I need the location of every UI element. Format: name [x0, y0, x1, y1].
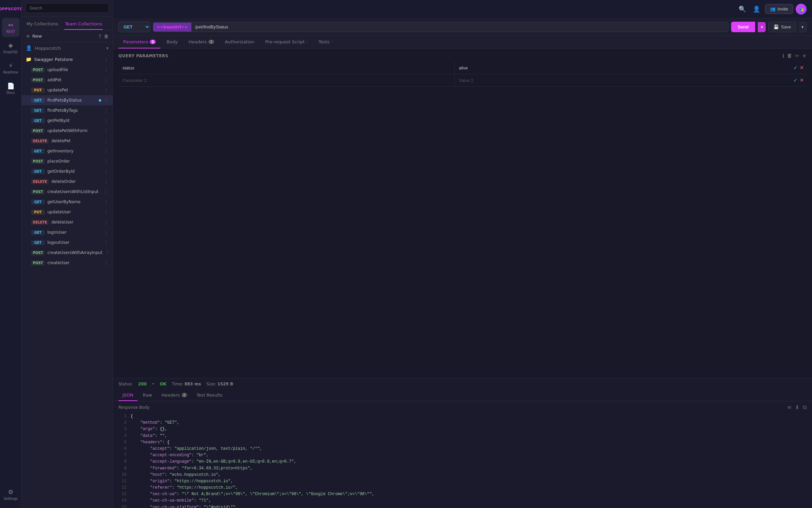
new-label: New — [32, 34, 42, 39]
res-tab-headers[interactable]: Headers 2 — [157, 390, 191, 401]
help-icon[interactable]: ? — [99, 34, 101, 39]
method-select[interactable]: GET POST PUT DELETE PATCH — [118, 22, 150, 32]
param-delete-1[interactable]: ✕ — [799, 65, 804, 71]
endpoint-menu-icon[interactable]: ⋮ — [104, 189, 109, 194]
endpoint-menu-icon[interactable]: ⋮ — [104, 77, 109, 83]
delete-all-icon[interactable]: 🗑 — [787, 53, 792, 59]
send-dropdown-button[interactable]: ▾ — [758, 22, 766, 32]
endpoint-deleteUser[interactable]: DELETE deleteUser ⋮ — [22, 217, 113, 227]
hoppscotch-item[interactable]: 👤 Hoppscotch ▾ — [22, 42, 113, 54]
edit-icon[interactable]: ✏ — [795, 53, 799, 59]
method-badge-post: POST — [31, 250, 45, 255]
endpoint-loginUser[interactable]: GET loginUser ⋮ — [22, 227, 113, 237]
endpoint-menu-icon[interactable]: ⋮ — [105, 250, 110, 255]
endpoint-menu-icon[interactable]: ⋮ — [104, 128, 109, 133]
endpoint-createUsersWithListInput[interactable]: POST createUsersWithListInput ⋮ — [22, 187, 113, 197]
save-label: Save — [781, 24, 791, 29]
endpoint-addPet[interactable]: POST addPet ⋮ — [22, 75, 113, 85]
tab-parameters[interactable]: Parameters 1 — [118, 36, 160, 48]
nav-item-graphql[interactable]: ◈ GraphQL — [2, 38, 20, 57]
tab-authorization[interactable]: Authorization — [220, 36, 259, 48]
param-check-2[interactable]: ✓ — [793, 77, 798, 83]
nav-item-rest[interactable]: ↔ REST — [2, 18, 20, 37]
endpoint-menu-icon[interactable]: ⋮ — [104, 179, 109, 184]
nav-item-settings[interactable]: ⚙ Settings — [2, 485, 20, 504]
invite-button[interactable]: 👥 Invite — [765, 4, 793, 14]
tab-team-collections[interactable]: Team Collections — [64, 19, 103, 30]
save-button[interactable]: 💾 Save — [768, 22, 796, 32]
info-icon[interactable]: ℹ — [782, 53, 784, 59]
endpoint-menu-icon[interactable]: ⋮ — [104, 219, 109, 225]
endpoint-findPetsByTags[interactable]: GET findPetsByTags ⋮ — [22, 105, 113, 115]
format-icon[interactable]: ≡ — [787, 404, 791, 410]
search-input[interactable] — [26, 3, 109, 13]
endpoint-menu-icon[interactable]: ⋮ — [104, 108, 109, 113]
endpoint-menu-icon[interactable]: ⋮ — [104, 169, 109, 174]
endpoint-getOrderById[interactable]: GET getOrderById ⋮ — [22, 166, 113, 176]
base-url-tag[interactable]: <<baseUrl>> — [153, 23, 191, 31]
endpoint-logoutUser[interactable]: GET logoutUser ⋮ — [22, 237, 113, 248]
endpoint-updatePetWithForm[interactable]: POST updatePetWithForm ⋮ — [22, 126, 113, 136]
collection-swagger-petstore[interactable]: 📁 Swagger Petstore ⋮ — [22, 54, 113, 65]
account-icon[interactable]: 👤 — [751, 3, 762, 15]
url-bar: GET POST PUT DELETE PATCH <<baseUrl>> Se… — [113, 18, 812, 36]
query-params-label: Query Parameters — [118, 54, 168, 58]
endpoint-menu-icon[interactable]: ⋮ — [104, 67, 109, 72]
endpoint-updatePet[interactable]: PUT updatePet ⋮ — [22, 85, 113, 95]
endpoint-createUsersWithArrayInput[interactable]: POST createUsersWithArrayInput ⋮ — [22, 248, 113, 258]
endpoint-menu-icon[interactable]: ⋮ — [104, 148, 109, 154]
endpoint-menu-icon[interactable]: ⋮ — [104, 260, 109, 266]
endpoint-menu-icon[interactable]: ⋮ — [104, 230, 109, 235]
endpoint-menu-icon[interactable]: ⋮ — [104, 240, 109, 245]
endpoint-menu-icon[interactable]: ⋮ — [104, 87, 109, 93]
search-icon[interactable]: 🔍 — [737, 3, 748, 15]
new-collection-button[interactable]: + New — [26, 33, 42, 39]
tab-tests[interactable]: Tests · — [314, 36, 338, 48]
res-tab-raw[interactable]: Raw — [139, 390, 156, 401]
res-headers-badge: 2 — [182, 393, 187, 397]
endpoint-uploadFile[interactable]: POST uploadFile ⋮ — [22, 65, 113, 75]
user-avatar[interactable]: 🎭 — [796, 4, 807, 15]
endpoint-menu-icon[interactable]: ⋮ — [104, 158, 109, 164]
endpoint-deleteOrder[interactable]: DELETE deleteOrder ⋮ — [22, 176, 113, 187]
param-row-2: ✓ ✕ — [118, 74, 807, 87]
endpoint-findPetsByStatus[interactable]: GET findPetsByStatus ⋮ — [22, 95, 113, 105]
endpoint-createUser[interactable]: POST createUser ⋮ — [22, 258, 113, 268]
endpoint-menu-icon[interactable]: ⋮ — [104, 199, 109, 205]
tab-my-collections[interactable]: My Collections — [26, 19, 59, 30]
collection-menu-icon[interactable]: ⋮ — [104, 57, 109, 62]
param-key-2[interactable] — [118, 75, 454, 86]
endpoint-getUserByName[interactable]: GET getUserByName ⋮ — [22, 197, 113, 207]
endpoint-placeOrder[interactable]: POST placeOrder ⋮ — [22, 156, 113, 166]
add-param-icon[interactable]: + — [802, 53, 807, 59]
endpoint-updateUser[interactable]: PUT updateUser ⋮ — [22, 207, 113, 217]
endpoint-menu-icon[interactable]: ⋮ — [104, 138, 109, 144]
code-line-4: 4 "data": "", — [118, 433, 807, 439]
param-key-1[interactable] — [118, 62, 454, 74]
nav-item-realtime[interactable]: ⚡ Realtime — [2, 59, 20, 78]
endpoint-getPetById[interactable]: GET getPetById ⋮ — [22, 115, 113, 126]
endpoint-menu-icon[interactable]: ⋮ — [104, 209, 109, 215]
param-check-1[interactable]: ✓ — [793, 65, 798, 71]
endpoint-menu-icon[interactable]: ⋮ — [104, 98, 109, 103]
tab-body[interactable]: Body — [162, 36, 182, 48]
nav-item-docs[interactable]: 📄 Docs — [2, 79, 20, 98]
copy-icon[interactable]: ⧉ — [803, 404, 807, 410]
download-icon[interactable]: ⬇ — [795, 404, 799, 410]
param-delete-2[interactable]: ✕ — [799, 77, 804, 83]
url-path-input[interactable] — [191, 22, 728, 31]
endpoint-getInventory[interactable]: GET getInventory ⋮ — [22, 146, 113, 156]
tab-pre-request[interactable]: Pre-request Script · — [261, 36, 313, 48]
headers-badge: 2 — [208, 40, 214, 44]
res-tab-json[interactable]: JSON — [118, 390, 137, 401]
res-tab-test-results[interactable]: Test Results — [193, 390, 227, 401]
endpoint-deletePet[interactable]: DELETE deletePet ⋮ — [22, 136, 113, 146]
method-badge-delete: DELETE — [31, 179, 49, 184]
send-button[interactable]: Send — [731, 22, 755, 32]
save-dropdown-button[interactable]: ▾ — [799, 22, 807, 32]
param-value-2[interactable] — [455, 75, 791, 86]
param-value-1[interactable] — [455, 62, 791, 74]
delete-icon[interactable]: 🗑 — [104, 34, 109, 39]
endpoint-menu-icon[interactable]: ⋮ — [104, 118, 109, 123]
tab-headers[interactable]: Headers 2 — [184, 36, 219, 48]
